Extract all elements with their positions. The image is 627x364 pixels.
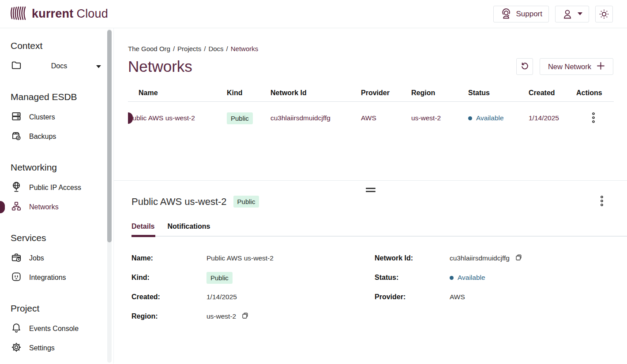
breadcrumb-separator: / (204, 45, 206, 52)
column-header-kind: Kind (227, 89, 270, 97)
gear-icon (11, 342, 22, 355)
table-row[interactable]: Public AWS us-west-2 Public cu3hlaiirsdm… (128, 102, 614, 134)
sidebar-item-backups[interactable]: Backups (11, 127, 113, 146)
field-label-kind: Kind: (131, 271, 206, 284)
copy-region-button[interactable] (240, 311, 250, 322)
cell-created: 1/14/2025 (529, 114, 576, 122)
field-value-network-id: cu3hlaiirsdmuidcjffg (450, 252, 627, 265)
sidebar-item-integrations[interactable]: Integrations (11, 268, 113, 287)
sidebar-heading-networking: Networking (11, 162, 113, 173)
chevron-down-icon (578, 12, 582, 15)
sidebar-section-project: Project Events Console (11, 303, 113, 358)
headset-person-icon (500, 8, 511, 20)
new-network-button[interactable]: New Network (540, 58, 613, 75)
active-tab-indicator (131, 235, 155, 237)
theme-toggle-button[interactable] (595, 6, 613, 22)
sidebar-item-label: Clusters (29, 113, 55, 121)
cell-provider: AWS (361, 114, 411, 122)
chevron-down-icon (96, 62, 101, 70)
sidebar-item-networks[interactable]: Networks (11, 197, 113, 217)
status-dot-icon (468, 116, 472, 120)
refresh-icon (520, 61, 529, 72)
field-value-region: us-west-2 (206, 310, 375, 323)
kebab-vertical-icon (591, 112, 596, 125)
table-header-row: Name Kind Network Id Provider Region Sta… (128, 84, 614, 102)
sidebar-item-label: Jobs (29, 254, 44, 262)
panel-resize-handle[interactable] (364, 186, 377, 194)
breadcrumb-org-link[interactable]: The Good Org (128, 45, 170, 52)
field-status-badge: Available (450, 274, 485, 282)
sidebar-item-settings[interactable]: Settings (11, 338, 113, 358)
sidebar-section-managed-esdb: Managed ESDB Clusters (11, 92, 113, 146)
new-network-label: New Network (548, 63, 591, 71)
cell-network-id: cu3hlaiirsdmuidcjffg (270, 114, 361, 122)
detail-fields: Name: Public AWS us-west-2 Network Id: c… (131, 252, 627, 323)
detail-actions-kebab-button[interactable] (598, 193, 606, 210)
sidebar-section-networking: Networking Public IP Access (11, 162, 113, 217)
bell-icon (11, 322, 22, 335)
outlet-icon (11, 271, 22, 284)
sidebar-item-events-console[interactable]: Events Console (11, 319, 113, 338)
user-icon (562, 8, 573, 20)
status-badge: Available (468, 114, 529, 122)
context-selected-value: Docs (22, 62, 96, 70)
tab-notifications[interactable]: Notifications (167, 223, 210, 230)
column-header-status: Status (468, 89, 529, 97)
row-actions-kebab-button[interactable] (589, 110, 597, 126)
breadcrumb-project-link[interactable]: Docs (208, 45, 223, 52)
column-header-region: Region (411, 89, 468, 97)
sidebar-item-public-ip-access[interactable]: Public IP Access (11, 178, 113, 197)
networks-list-section: The Good Org/Projects/Docs/Networks Netw… (114, 28, 627, 181)
sidebar: Context Docs Managed ESDB (0, 28, 114, 364)
field-kind-badge: Public (206, 272, 233, 284)
tab-details[interactable]: Details (131, 223, 154, 230)
networks-table: Name Kind Network Id Provider Region Sta… (128, 84, 614, 134)
breadcrumb-separator: / (226, 45, 228, 52)
sidebar-item-label: Integrations (29, 274, 66, 282)
tabs-underline (131, 236, 627, 237)
refresh-button[interactable] (516, 58, 533, 75)
sidebar-item-label: Settings (29, 344, 55, 352)
sidebar-item-jobs[interactable]: Jobs (11, 249, 113, 268)
sidebar-heading-context: Context (11, 41, 113, 51)
briefcase-clock-icon (11, 252, 22, 265)
sitemap-icon (11, 201, 22, 214)
sidebar-item-clusters[interactable]: Clusters (11, 108, 113, 127)
column-header-provider: Provider (361, 89, 411, 97)
column-header-created: Created (529, 89, 576, 97)
main-content: The Good Org/Projects/Docs/Networks Netw… (114, 28, 627, 364)
column-header-actions: Actions (576, 89, 614, 97)
kurrent-cloud-logo: kurrentCloud (11, 5, 108, 23)
field-label-name: Name: (131, 252, 206, 265)
support-label: Support (516, 10, 542, 19)
active-item-indicator (0, 201, 5, 213)
column-header-name: Name (128, 89, 227, 97)
globe-icon (11, 181, 22, 194)
copy-icon (515, 254, 522, 263)
logo-wordmark: kurrentCloud (32, 7, 108, 21)
kind-badge: Public (227, 112, 253, 124)
field-value-name: Public AWS us-west-2 (206, 252, 375, 265)
app-header: kurrentCloud Support (0, 0, 627, 28)
field-label-network-id: Network Id: (375, 252, 450, 265)
cell-name: Public AWS us-west-2 (128, 114, 227, 122)
backups-icon (11, 130, 22, 143)
support-button[interactable]: Support (493, 6, 549, 22)
breadcrumb-separator: / (173, 45, 175, 52)
status-dot-icon (450, 276, 454, 280)
clusters-icon (11, 111, 22, 124)
sun-icon (598, 8, 610, 20)
user-menu-button[interactable] (555, 6, 589, 22)
sidebar-scrollbar-thumb[interactable] (107, 30, 112, 242)
breadcrumb-current: Networks (231, 45, 259, 52)
context-selector[interactable]: Docs (11, 56, 113, 76)
sidebar-item-label: Networks (29, 203, 59, 211)
column-header-network-id: Network Id (270, 89, 361, 97)
field-label-created: Created: (131, 290, 206, 304)
cell-region: us-west-2 (411, 114, 468, 122)
sidebar-section-context: Context Docs (11, 41, 113, 76)
copy-network-id-button[interactable] (514, 253, 523, 264)
logo-stripes-icon (11, 5, 27, 23)
breadcrumb-projects-link[interactable]: Projects (177, 45, 201, 52)
field-label-region: Region: (131, 310, 206, 323)
